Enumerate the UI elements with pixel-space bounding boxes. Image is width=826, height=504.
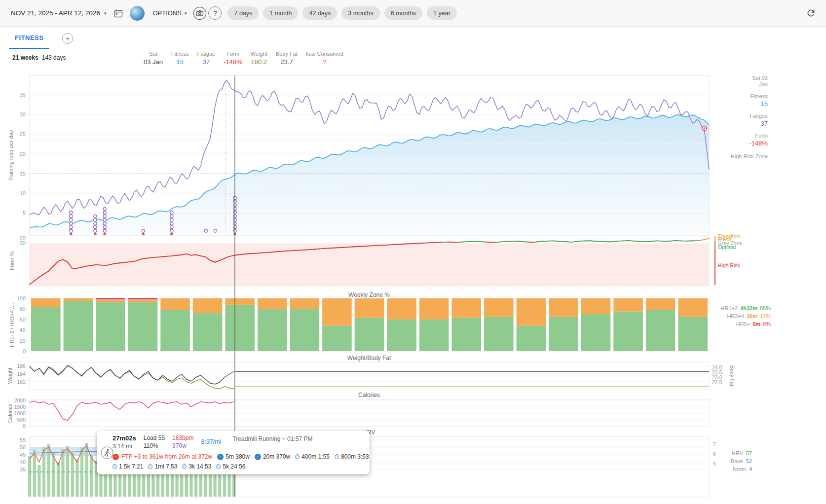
hrv-bar[interactable]	[66, 446, 69, 497]
zone-bar-orange[interactable]	[225, 298, 255, 305]
refresh-button[interactable]	[802, 5, 819, 22]
avatar[interactable]	[130, 6, 145, 21]
hrv-bar[interactable]	[52, 453, 55, 497]
workout-dot[interactable]	[103, 208, 106, 211]
tab-fitness[interactable]: FITNESS	[9, 28, 49, 49]
workout-dot[interactable]	[170, 211, 173, 214]
zone-bar-green[interactable]	[581, 314, 611, 351]
workout-dot[interactable]	[94, 229, 97, 232]
zone-bar-green[interactable]	[258, 309, 287, 351]
hrv-bar[interactable]	[75, 459, 78, 497]
zone-bar-green[interactable]	[322, 326, 352, 351]
workout-dot[interactable]	[170, 218, 173, 221]
range-button-3-months[interactable]: 3 months	[341, 6, 379, 20]
workout-dot[interactable]	[94, 226, 97, 229]
workout-dot[interactable]	[94, 222, 97, 225]
zone-bar-orange[interactable]	[549, 298, 578, 317]
workout-dot[interactable]	[103, 211, 106, 214]
workout-dot[interactable]	[70, 226, 73, 229]
workout-dot[interactable]	[170, 222, 173, 225]
zone-bar-orange[interactable]	[419, 298, 449, 320]
hrv-bar[interactable]	[71, 452, 74, 497]
workout-dot[interactable]	[142, 229, 145, 232]
hrv-bar[interactable]	[38, 465, 40, 497]
zone-bar-green[interactable]	[225, 305, 255, 351]
workout-dot[interactable]	[70, 222, 73, 225]
workout-dot[interactable]	[170, 215, 173, 217]
workout-dot[interactable]	[94, 215, 97, 217]
zone-bar-green[interactable]	[355, 318, 384, 351]
zone-bar-green[interactable]	[678, 317, 708, 351]
hrv-bar[interactable]	[42, 447, 45, 497]
date-range-selector[interactable]: NOV 21, 2025 - APR 12, 2026 ▾	[7, 6, 110, 20]
workout-dot[interactable]	[70, 215, 73, 217]
workout-dot[interactable]	[233, 229, 236, 232]
event-dot[interactable]	[142, 233, 145, 236]
hrv-bar[interactable]	[85, 443, 88, 497]
workout-dot[interactable]	[233, 208, 236, 211]
zone-bar-green[interactable]	[484, 317, 514, 351]
zone-bar-green[interactable]	[160, 310, 190, 351]
zone-bar-green[interactable]	[64, 301, 93, 351]
hrv-bar[interactable]	[47, 444, 50, 497]
zone-bar-orange[interactable]	[451, 298, 481, 318]
screenshot-button[interactable]	[191, 5, 208, 22]
workout-dot[interactable]	[214, 229, 217, 232]
zone-bar-orange[interactable]	[258, 298, 287, 309]
range-button-1-year[interactable]: 1 year	[427, 6, 457, 20]
zone-bar-orange[interactable]	[387, 298, 416, 320]
zone-bar-green[interactable]	[193, 313, 223, 351]
workout-dot[interactable]	[170, 229, 173, 232]
workout-dot[interactable]	[103, 222, 106, 225]
hrv-bar[interactable]	[57, 462, 60, 497]
hrv-bar[interactable]	[80, 447, 83, 497]
zone-bar-orange[interactable]	[290, 298, 320, 309]
zone-bar-orange[interactable]	[193, 298, 223, 313]
zone-bar-green[interactable]	[31, 307, 61, 351]
workout-dot[interactable]	[233, 226, 236, 229]
add-tab-button[interactable]: +	[62, 33, 73, 44]
workout-dot[interactable]	[70, 211, 73, 214]
range-button-1-month[interactable]: 1 month	[263, 6, 298, 20]
event-dot[interactable]	[233, 233, 236, 236]
workout-dot[interactable]	[233, 200, 236, 203]
zone-bar-orange[interactable]	[581, 298, 611, 314]
workout-dot[interactable]	[233, 218, 236, 221]
zone-bar-green[interactable]	[451, 318, 481, 351]
zone-bar-green[interactable]	[419, 320, 449, 351]
workout-dot[interactable]	[70, 229, 73, 232]
workout-dot[interactable]	[94, 218, 97, 221]
zone-bar-orange[interactable]	[96, 298, 125, 302]
zone-bar-orange[interactable]	[322, 298, 352, 326]
workout-dot[interactable]	[233, 211, 236, 214]
workout-dot[interactable]	[70, 218, 73, 221]
range-button-42-days[interactable]: 42 days	[302, 6, 337, 20]
zone-bar-orange[interactable]	[517, 298, 546, 326]
zone-bar-green[interactable]	[387, 320, 416, 351]
event-dot[interactable]	[70, 233, 73, 236]
zone-bar-green[interactable]	[96, 302, 125, 351]
workout-dot[interactable]	[103, 226, 106, 229]
hrv-bar[interactable]	[90, 455, 93, 497]
hrv-bar[interactable]	[33, 450, 36, 497]
event-dot[interactable]	[170, 233, 173, 236]
options-menu[interactable]: OPTIONS ▾	[152, 9, 187, 17]
zone-bar-green[interactable]	[613, 312, 643, 351]
hrv-bar[interactable]	[61, 449, 64, 497]
workout-dot[interactable]	[233, 196, 236, 199]
zone-bar-orange[interactable]	[31, 298, 61, 307]
event-dot[interactable]	[94, 233, 97, 236]
hrv-bar[interactable]	[28, 456, 31, 497]
workout-dot[interactable]	[233, 215, 236, 217]
zone-bar-green[interactable]	[646, 310, 676, 351]
event-dot[interactable]	[103, 233, 106, 236]
zone-bar-green[interactable]	[128, 302, 158, 351]
zone-bar-orange[interactable]	[678, 298, 708, 317]
workout-dot[interactable]	[233, 222, 236, 225]
zone-bar-orange[interactable]	[128, 298, 158, 302]
workout-dot[interactable]	[233, 204, 236, 207]
workout-dot[interactable]	[103, 215, 106, 217]
zone-bar-green[interactable]	[517, 326, 546, 351]
workout-dot[interactable]	[204, 229, 207, 232]
range-button-6-months[interactable]: 6 months	[384, 6, 422, 20]
